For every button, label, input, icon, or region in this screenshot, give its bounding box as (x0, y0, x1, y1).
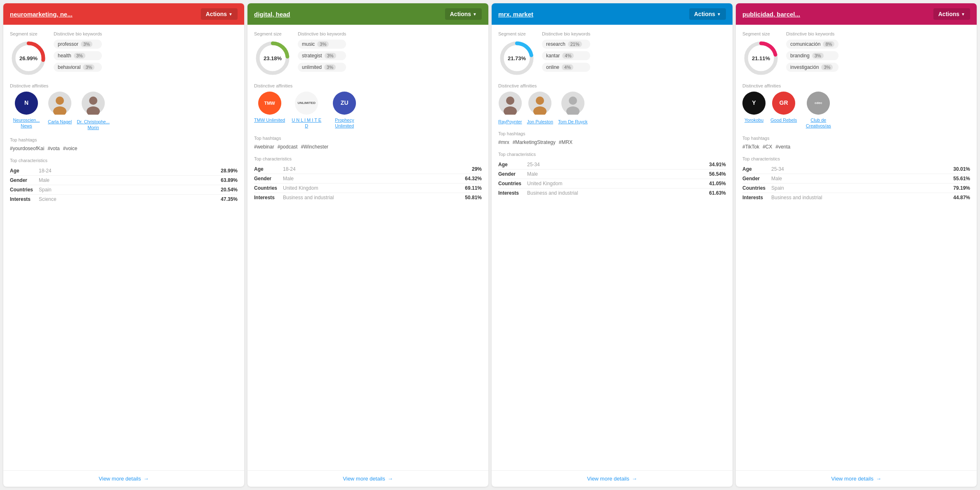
affinity-item[interactable]: Jon Puleston (527, 92, 553, 125)
bio-keywords-section: Distinctive bio keywordsresearch 21%kant… (542, 31, 590, 72)
characteristic-row: Age18-2429% (254, 165, 482, 174)
hashtag[interactable]: #yourdoseofKai (10, 146, 44, 151)
affinity-label[interactable]: RayPoynter (498, 119, 522, 125)
hashtag[interactable]: #TikTok (742, 144, 759, 150)
affinity-label[interactable]: Neuroscien... News (10, 117, 43, 129)
affinity-label[interactable]: Jon Puleston (527, 119, 553, 125)
bio-keywords-label: Distinctive bio keywords (54, 31, 102, 36)
affinity-item[interactable]: RayPoynter (498, 92, 522, 125)
affinity-item[interactable]: Dr. Christophe... Morin (77, 92, 110, 131)
characteristic-key: Age (742, 166, 771, 172)
actions-button[interactable]: Actions ▼ (933, 8, 970, 20)
characteristic-key: Age (498, 162, 527, 167)
hashtag[interactable]: #CX (763, 144, 772, 150)
characteristic-value: United Kingdom (283, 185, 465, 191)
segment-size-label: Segment size (498, 31, 535, 36)
characteristics-table: Age18-2429%GenderMale64.32%CountriesUnit… (254, 165, 482, 202)
affinity-label[interactable]: Good Rebels (770, 117, 797, 123)
view-more-link[interactable]: View more details → (247, 470, 488, 487)
keyword-tag: music 3% (298, 40, 346, 49)
characteristic-pct: 41.05% (709, 181, 726, 186)
actions-button[interactable]: Actions ▼ (689, 8, 726, 20)
segment-name: publicidad, barcel... (742, 11, 800, 18)
donut-label: 21.11% (752, 55, 770, 61)
segment-name: digital, head (254, 11, 290, 18)
keyword-tag: health 3% (54, 51, 102, 60)
characteristic-value: Business and industrial (283, 195, 465, 200)
actions-button[interactable]: Actions ▼ (445, 8, 482, 20)
affinity-item[interactable]: NNeuroscien... News (10, 92, 43, 129)
characteristics-section: Top characteristicsAge25-3430.01%GenderM… (742, 156, 970, 202)
characteristic-key: Gender (254, 176, 283, 181)
characteristic-pct: 55.61% (953, 176, 970, 181)
affinity-item[interactable]: Carla Nagel (48, 92, 72, 125)
characteristic-key: Interests (254, 195, 283, 200)
affinity-item[interactable]: ZUProphecy Unlimited (328, 92, 361, 129)
hashtag[interactable]: #mrx (498, 139, 509, 145)
hashtag[interactable]: #MRX (559, 139, 572, 145)
hashtag[interactable]: #Winchester (301, 144, 328, 150)
hashtag[interactable]: #venta (775, 144, 790, 150)
affinity-item[interactable]: TMWTMW Unlimited (254, 92, 285, 123)
characteristic-value: Business and industrial (771, 195, 953, 200)
characteristic-pct: 69.11% (465, 185, 482, 191)
affinity-avatar: Y (742, 92, 766, 115)
keyword-tag: kantar 4% (542, 51, 590, 60)
affinity-item[interactable]: UNLIMITEDU N L I M I T E D (290, 92, 323, 129)
affinity-item[interactable]: cdecClub de Creativos/as (802, 92, 835, 129)
donut-label: 21.73% (508, 55, 526, 61)
characteristic-value: 18-24 (283, 166, 472, 172)
keyword-tag: unlimited 3% (298, 63, 346, 72)
affinity-avatar: UNLIMITED (295, 92, 318, 115)
actions-button[interactable]: Actions ▼ (201, 8, 238, 20)
characteristic-row: InterestsBusiness and industrial44.87% (742, 193, 970, 202)
characteristics-table: Age18-2428.99%GenderMale63.89%CountriesS… (10, 166, 238, 204)
svg-point-13 (506, 97, 514, 105)
characteristic-key: Gender (10, 177, 39, 183)
bio-keywords-list: music 3%strategist 3%unlimited 3% (298, 40, 346, 72)
affinity-avatar: GR (772, 92, 795, 115)
affinities-section: Distinctive affinitiesTMWTMW UnlimitedUN… (254, 83, 482, 129)
view-more-link[interactable]: View more details → (736, 470, 977, 487)
characteristic-value: Male (283, 176, 465, 181)
affinity-label[interactable]: TMW Unlimited (254, 117, 285, 123)
hashtags-row: #webinar#podcast#Winchester (254, 144, 482, 150)
characteristic-pct: 30.01% (953, 166, 970, 172)
view-more-link[interactable]: View more details → (492, 470, 733, 487)
characteristic-row: CountriesSpain20.54% (10, 185, 238, 195)
affinity-item[interactable]: YYorokobu (742, 92, 766, 123)
affinity-label[interactable]: Tom De Ruyck (558, 119, 588, 125)
affinity-label[interactable]: Club de Creativos/as (802, 117, 835, 129)
characteristics-label: Top characteristics (10, 158, 238, 163)
characteristic-pct: 61.63% (709, 190, 726, 196)
affinities-row: RayPoynter Jon Puleston Tom De Ruyck (498, 92, 726, 125)
affinity-item[interactable]: Tom De Ruyck (558, 92, 588, 125)
affinity-label[interactable]: Yorokobu (744, 117, 763, 123)
hashtag[interactable]: #vota (47, 146, 59, 151)
affinity-label[interactable]: U N L I M I T E D (290, 117, 323, 129)
affinities-section: Distinctive affinities RayPoynter Jon Pu… (498, 83, 726, 125)
characteristic-row: InterestsScience47.35% (10, 195, 238, 204)
keyword-tag: comunicación 8% (786, 40, 839, 49)
donut-label: 26.99% (19, 55, 38, 61)
affinity-label[interactable]: Prophecy Unlimited (328, 117, 361, 129)
segment-size-section: Segment size 21.11% (742, 31, 780, 77)
affinity-label[interactable]: Dr. Christophe... Morin (77, 119, 110, 131)
donut-label: 23.18% (264, 55, 282, 61)
characteristics-section: Top characteristicsAge18-2428.99%GenderM… (10, 158, 238, 204)
hashtag[interactable]: #podcast (278, 144, 298, 150)
keyword-tag: online 4% (542, 63, 590, 72)
affinity-item[interactable]: GRGood Rebels (770, 92, 797, 123)
affinity-label[interactable]: Carla Nagel (48, 119, 72, 125)
hashtag[interactable]: #voice (63, 146, 78, 151)
characteristic-pct: 20.54% (221, 187, 238, 193)
svg-point-19 (569, 97, 577, 105)
top-row: Segment size 21.73%Distinctive bio keywo… (498, 31, 726, 77)
view-more-link[interactable]: View more details → (3, 470, 244, 487)
hashtag[interactable]: #MarketingStrategy (513, 139, 556, 145)
characteristic-key: Gender (742, 176, 771, 181)
hashtags-row: #TikTok#CX#venta (742, 144, 970, 150)
hashtag[interactable]: #webinar (254, 144, 274, 150)
card-card1: neuromarketing, ne...Actions ▼Segment si… (3, 3, 244, 487)
affinities-section: Distinctive affinitiesYYorokobuGRGood Re… (742, 83, 970, 129)
